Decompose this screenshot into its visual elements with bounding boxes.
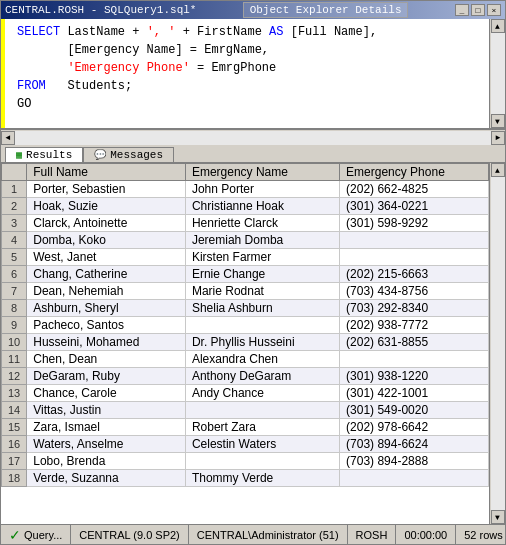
table-row: 13Chance, CaroleAndy Chance(301) 422-100… [2, 385, 489, 402]
cell-fullname: DeGaram, Ruby [27, 368, 186, 385]
cell-emergphone: (202) 978-6642 [340, 419, 489, 436]
results-table-area: Full Name Emergency Name Emergency Phone… [1, 163, 505, 524]
cell-emergname: Andy Chance [185, 385, 339, 402]
maximize-button[interactable]: □ [471, 4, 485, 16]
cell-emergphone: (301) 549-0020 [340, 402, 489, 419]
cell-emergname: Henriette Clarck [185, 215, 339, 232]
table-row: 18Verde, SuzannaThommy Verde [2, 470, 489, 487]
query-vscrollbar[interactable]: ▲ ▼ [489, 19, 505, 128]
cell-emergname: Thommy Verde [185, 470, 339, 487]
results-scroll-down[interactable]: ▼ [491, 510, 505, 524]
table-row: 14Vittas, Justin(301) 549-0020 [2, 402, 489, 419]
cell-emergname: Kirsten Farmer [185, 249, 339, 266]
col-header-rownum [2, 164, 27, 181]
cell-emergphone: (301) 938-1220 [340, 368, 489, 385]
row-number: 12 [2, 368, 27, 385]
cell-fullname: Hoak, Suzie [27, 198, 186, 215]
status-user: CENTRAL\Administrator (51) [189, 525, 348, 544]
row-number: 14 [2, 402, 27, 419]
table-row: 5West, JanetKirsten Farmer [2, 249, 489, 266]
scroll-right-btn[interactable]: ► [491, 131, 505, 145]
results-table: Full Name Emergency Name Emergency Phone… [1, 163, 489, 487]
cell-emergname [185, 453, 339, 470]
row-number: 5 [2, 249, 27, 266]
cell-emergphone: (202) 938-7772 [340, 317, 489, 334]
tab-results[interactable]: ▦ Results [5, 147, 83, 162]
cell-fullname: Zara, Ismael [27, 419, 186, 436]
table-row: 1Porter, SebastienJohn Porter(202) 662-4… [2, 181, 489, 198]
close-button[interactable]: × [487, 4, 501, 16]
table-container[interactable]: Full Name Emergency Name Emergency Phone… [1, 163, 489, 524]
cell-fullname: Waters, Anselme [27, 436, 186, 453]
cell-fullname: Vittas, Justin [27, 402, 186, 419]
table-row: 12DeGaram, RubyAnthony DeGaram(301) 938-… [2, 368, 489, 385]
table-row: 17Lobo, Brenda(703) 894-2888 [2, 453, 489, 470]
table-header-row: Full Name Emergency Name Emergency Phone [2, 164, 489, 181]
cell-emergname: Dr. Phyllis Husseini [185, 334, 339, 351]
status-bar: ✓ Query... CENTRAL (9.0 SP2) CENTRAL\Adm… [1, 524, 505, 544]
cell-fullname: Ashburn, Sheryl [27, 300, 186, 317]
results-vscrollbar[interactable]: ▲ ▼ [489, 163, 505, 524]
row-number: 8 [2, 300, 27, 317]
table-row: 4Domba, KokoJeremiah Domba [2, 232, 489, 249]
yellow-indicator [1, 19, 5, 128]
cell-emergphone: (703) 434-8756 [340, 283, 489, 300]
table-row: 8Ashburn, SherylShelia Ashburn(703) 292-… [2, 300, 489, 317]
scroll-down-btn[interactable]: ▼ [491, 114, 505, 128]
cell-fullname: Chang, Catherine [27, 266, 186, 283]
cell-fullname: West, Janet [27, 249, 186, 266]
cell-emergphone [340, 351, 489, 368]
row-number: 4 [2, 232, 27, 249]
col-header-emergname: Emergency Name [185, 164, 339, 181]
minimize-button[interactable]: _ [455, 4, 469, 16]
query-editor[interactable]: SELECT LastName + ', ' + FirstName AS [F… [1, 19, 505, 129]
status-db: ROSH [348, 525, 397, 544]
table-row: 9Pacheco, Santos(202) 938-7772 [2, 317, 489, 334]
cell-emergphone [340, 470, 489, 487]
h-scroll-track [15, 131, 491, 145]
cell-emergphone: (703) 894-2888 [340, 453, 489, 470]
messages-icon: 💬 [94, 149, 106, 161]
cell-fullname: Dean, Nehemiah [27, 283, 186, 300]
row-number: 9 [2, 317, 27, 334]
table-row: 3Clarck, AntoinetteHenriette Clarck(301)… [2, 215, 489, 232]
query-hscrollbar[interactable]: ◄ ► [1, 129, 505, 145]
table-row: 6Chang, CatherineErnie Change(202) 215-6… [2, 266, 489, 283]
cell-emergphone: (202) 631-8855 [340, 334, 489, 351]
table-row: 15Zara, IsmaelRobert Zara(202) 978-6642 [2, 419, 489, 436]
cell-emergname: Christianne Hoak [185, 198, 339, 215]
col-header-fullname: Full Name [27, 164, 186, 181]
cell-fullname: Lobo, Brenda [27, 453, 186, 470]
table-row: 10Husseini, MohamedDr. Phyllis Husseini(… [2, 334, 489, 351]
status-time: 00:00:00 [396, 525, 456, 544]
cell-emergname: Alexandra Chen [185, 351, 339, 368]
scroll-track [491, 33, 505, 114]
query-text: SELECT LastName + ', ' + FirstName AS [F… [17, 23, 497, 113]
scroll-left-btn[interactable]: ◄ [1, 131, 15, 145]
cell-emergname: Ernie Change [185, 266, 339, 283]
cell-emergphone: (703) 292-8340 [340, 300, 489, 317]
main-window: CENTRAL.ROSH - SQLQuery1.sql* Object Exp… [0, 0, 506, 545]
results-icon: ▦ [16, 149, 22, 161]
cell-emergname: Celestin Waters [185, 436, 339, 453]
cell-emergphone: (202) 215-6663 [340, 266, 489, 283]
cell-emergname [185, 402, 339, 419]
cell-emergname: Robert Zara [185, 419, 339, 436]
cell-fullname: Porter, Sebastien [27, 181, 186, 198]
row-number: 15 [2, 419, 27, 436]
cell-emergphone [340, 232, 489, 249]
results-scroll-track [491, 177, 505, 510]
tab-messages[interactable]: 💬 Messages [83, 147, 174, 162]
row-number: 6 [2, 266, 27, 283]
row-number: 16 [2, 436, 27, 453]
cell-emergname: Shelia Ashburn [185, 300, 339, 317]
scroll-up-btn[interactable]: ▲ [491, 19, 505, 33]
table-row: 16Waters, AnselmeCelestin Waters(703) 89… [2, 436, 489, 453]
results-scroll-up[interactable]: ▲ [491, 163, 505, 177]
row-number: 17 [2, 453, 27, 470]
cell-emergphone: (301) 598-9292 [340, 215, 489, 232]
cell-emergname: John Porter [185, 181, 339, 198]
row-number: 2 [2, 198, 27, 215]
status-rows: 52 rows [456, 525, 506, 544]
cell-fullname: Chance, Carole [27, 385, 186, 402]
